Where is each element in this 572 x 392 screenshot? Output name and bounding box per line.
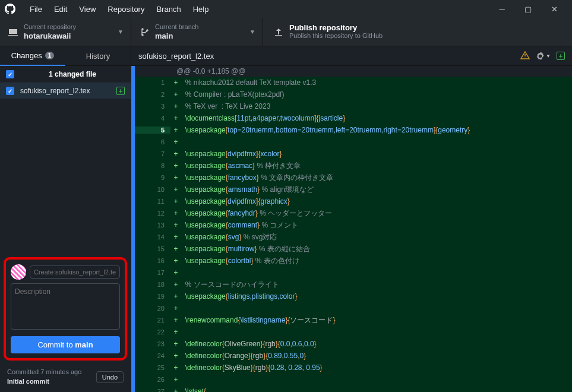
line-number: 5 bbox=[135, 127, 170, 134]
line-code bbox=[181, 268, 572, 277]
tab-history[interactable]: History bbox=[65, 46, 131, 66]
diff-line[interactable]: 7+ \usepackage[dvipdfmx]{xcolor} bbox=[135, 148, 572, 160]
line-number: 27 bbox=[135, 388, 170, 392]
line-code: \usepackage{svg} % svg対応 bbox=[181, 232, 572, 242]
diff-line[interactable]: 9+ \usepackage{fancybox} % 文章内の枠付き文章 bbox=[135, 172, 572, 184]
line-code: \usepackage{fancyhdr} % ヘッダーとフッター bbox=[181, 208, 572, 219]
diff-line[interactable]: 20+ bbox=[135, 302, 572, 314]
minimize-button[interactable]: ─ bbox=[489, 0, 515, 18]
line-number: 24 bbox=[135, 352, 170, 359]
last-commit-row: Committed 7 minutes ago Initial commit U… bbox=[0, 364, 131, 392]
diff-line[interactable]: 16+ \usepackage{colortbl} % 表の色付け bbox=[135, 255, 572, 267]
warning-icon[interactable] bbox=[520, 50, 530, 62]
diff-line[interactable]: 25+ \definecolor{SkyBlue}{rgb}{0.28, 0.2… bbox=[135, 362, 572, 374]
select-all-checkbox[interactable]: ✓ bbox=[6, 70, 14, 78]
upload-icon bbox=[274, 27, 283, 37]
line-marker: + bbox=[170, 375, 181, 384]
line-marker: + bbox=[170, 304, 181, 312]
expand-icon[interactable]: + bbox=[557, 52, 565, 60]
menu-help[interactable]: Help bbox=[187, 2, 215, 16]
diff-line[interactable]: 22+ bbox=[135, 326, 572, 338]
diff-line[interactable]: 10+ \usepackage{amsmath} % align環境など bbox=[135, 184, 572, 195]
line-marker: + bbox=[170, 328, 181, 336]
diff-line[interactable]: 4+ \documentclass[11pt,a4paper,twocolumn… bbox=[135, 112, 572, 124]
line-code: \definecolor{SkyBlue}{rgb}{0.28, 0.28, 0… bbox=[181, 363, 572, 372]
sidebar: Changes 1 History ✓ 1 changed file ✓ sof… bbox=[0, 46, 131, 392]
branch-icon bbox=[140, 27, 149, 37]
line-marker: + bbox=[170, 352, 181, 360]
diff-line[interactable]: 3+ % TeX ver : TeX Live 2023 bbox=[135, 100, 572, 112]
chevron-down-icon: ▼ bbox=[118, 29, 124, 35]
avatar bbox=[11, 264, 26, 280]
commit-summary-input[interactable] bbox=[30, 265, 120, 279]
diff-line[interactable]: 14+ \usepackage{svg} % svg対応 bbox=[135, 231, 572, 243]
maximize-button[interactable]: ▢ bbox=[515, 0, 541, 18]
diff-line[interactable]: 6+ bbox=[135, 136, 572, 148]
line-marker: + bbox=[170, 114, 181, 122]
diff-line[interactable]: 18+ % ソースコードのハイライト bbox=[135, 279, 572, 290]
diff-line[interactable]: 23+ \definecolor{OliveGreen}{rgb}{0.0,0.… bbox=[135, 338, 572, 350]
diff-line[interactable]: 13+ \usepackage{comment} % コメント bbox=[135, 219, 572, 231]
diff-line[interactable]: 24+ \definecolor{Orange}{rgb}{0.89,0.55,… bbox=[135, 350, 572, 362]
line-marker: + bbox=[170, 150, 181, 158]
line-number: 15 bbox=[135, 245, 170, 252]
titlebar: FileEditViewRepositoryBranchHelp ─ ▢ ✕ bbox=[0, 0, 572, 18]
diff-line[interactable]: 2+ % Compiler : pLaTeX(ptex2pdf) bbox=[135, 88, 572, 100]
menu-file[interactable]: File bbox=[24, 2, 48, 16]
line-code bbox=[181, 138, 572, 146]
diff-line[interactable]: 21+ \renewcommand{\lstlistingname}{ソースコー… bbox=[135, 314, 572, 326]
menu-edit[interactable]: Edit bbox=[48, 2, 73, 16]
files-header: ✓ 1 changed file bbox=[0, 66, 131, 83]
diff-line[interactable]: 12+ \usepackage{fancyhdr} % ヘッダーとフッター bbox=[135, 207, 572, 219]
commit-message: Initial commit bbox=[7, 377, 91, 386]
diff-line[interactable]: 8+ \usepackage{ascmac} % 枠付き文章 bbox=[135, 160, 572, 172]
line-code: \usepackage[dvipdfmx]{graphicx} bbox=[181, 197, 572, 206]
publish-title: Publish repository bbox=[289, 23, 383, 32]
line-code: \usepackage{listings,plistings,color} bbox=[181, 292, 572, 301]
line-marker: + bbox=[170, 90, 181, 99]
diff-line[interactable]: 19+ \usepackage{listings,plistings,color… bbox=[135, 290, 572, 302]
line-number: 6 bbox=[135, 138, 170, 146]
diff-view[interactable]: @@ -0,0 +1,185 @@ 1+ % nikachu2012 defau… bbox=[135, 66, 572, 392]
files-header-text: 1 changed file bbox=[20, 70, 125, 78]
branch-selector[interactable]: Current branch main ▼ bbox=[131, 18, 263, 46]
close-button[interactable]: ✕ bbox=[541, 0, 567, 18]
menu-repository[interactable]: Repository bbox=[102, 2, 150, 16]
line-code: \usepackage{ascmac} % 枠付き文章 bbox=[181, 161, 572, 171]
diff-line[interactable]: 5+ \usepackage[top=20truemm,bottom=20tru… bbox=[135, 124, 572, 136]
undo-button[interactable]: Undo bbox=[96, 371, 124, 383]
settings-icon[interactable]: ▼ bbox=[536, 52, 551, 61]
github-logo-icon bbox=[5, 4, 15, 14]
line-code: % nikachu2012 default TeX template v1.3 bbox=[181, 78, 572, 87]
commit-button[interactable]: Commit to main bbox=[11, 336, 120, 353]
file-checkbox[interactable]: ✓ bbox=[6, 87, 14, 95]
file-name: sofukiso_report_l2.tex bbox=[20, 87, 110, 95]
line-number: 3 bbox=[135, 103, 170, 110]
diff-line[interactable]: 11+ \usepackage[dvipdfmx]{graphicx} bbox=[135, 195, 572, 207]
diff-line[interactable]: 17+ bbox=[135, 267, 572, 279]
changed-file-row[interactable]: ✓ sofukiso_report_l2.tex + bbox=[0, 83, 131, 99]
diff-line[interactable]: 26+ bbox=[135, 374, 572, 385]
line-marker: + bbox=[170, 102, 181, 110]
publish-button[interactable]: Publish repository Publish this reposito… bbox=[263, 18, 572, 46]
tab-changes[interactable]: Changes 1 bbox=[0, 46, 65, 66]
changes-count-badge: 1 bbox=[45, 52, 55, 59]
menu-view[interactable]: View bbox=[73, 2, 102, 16]
line-number: 12 bbox=[135, 210, 170, 217]
commit-btn-branch: main bbox=[75, 340, 93, 349]
diff-line[interactable]: 1+ % nikachu2012 default TeX template v1… bbox=[135, 77, 572, 88]
repo-selector[interactable]: Current repository hotarukawaii ▼ bbox=[0, 18, 131, 46]
line-marker: + bbox=[170, 233, 181, 241]
line-code: \usepackage[dvipdfmx]{xcolor} bbox=[181, 150, 572, 158]
line-number: 16 bbox=[135, 257, 170, 264]
menu-branch[interactable]: Branch bbox=[150, 2, 187, 16]
commit-description-input[interactable] bbox=[11, 283, 120, 330]
diff-line[interactable]: 15+ \usepackage{multirow} % 表の縦に結合 bbox=[135, 243, 572, 255]
line-number: 4 bbox=[135, 115, 170, 122]
line-marker: + bbox=[170, 340, 181, 348]
diff-line[interactable]: 27+ \lstset{ bbox=[135, 385, 572, 392]
chevron-down-icon: ▼ bbox=[249, 29, 255, 35]
computer-icon bbox=[8, 27, 18, 37]
branch-value: main bbox=[155, 31, 198, 40]
line-number: 20 bbox=[135, 305, 170, 312]
